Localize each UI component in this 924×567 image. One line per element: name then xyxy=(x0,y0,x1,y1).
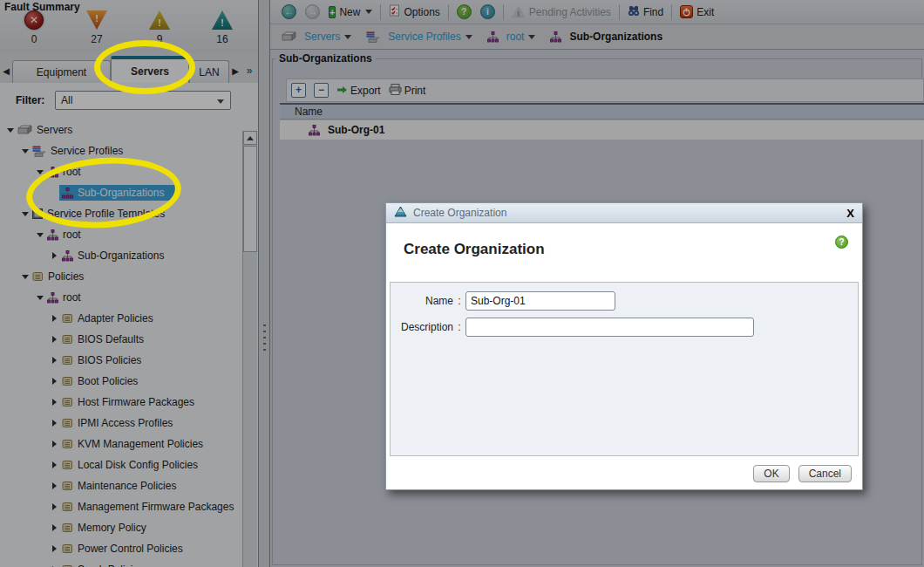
close-icon[interactable]: X xyxy=(846,207,854,220)
dialog-footer: OK Cancel xyxy=(386,458,862,489)
cancel-button[interactable]: Cancel xyxy=(798,465,852,482)
dialog-triangle-icon xyxy=(394,206,407,220)
dialog-body: Create Organization ? Name:Description: xyxy=(386,223,862,458)
dialog-title: Create Organization xyxy=(413,207,506,219)
dialog-heading: Create Organization xyxy=(404,241,545,258)
field-label-description: Description xyxy=(391,321,453,333)
create-organization-dialog: Create Organization X Create Organizatio… xyxy=(385,202,863,490)
dialog-titlebar: Create Organization X xyxy=(386,203,862,223)
field-separator: : xyxy=(453,321,465,333)
field-label-name: Name xyxy=(391,295,453,307)
ok-button[interactable]: OK xyxy=(753,465,789,482)
field-row-description: Description: xyxy=(391,317,858,337)
description-field[interactable] xyxy=(465,318,754,337)
field-separator: : xyxy=(453,295,465,307)
ucs-manager-window: Fault Summary ✕0!27!9!16 ◀ EquipmentServ… xyxy=(0,0,924,567)
name-field[interactable] xyxy=(465,291,615,311)
help-icon[interactable]: ? xyxy=(835,236,848,249)
dialog-form-panel: Name:Description: xyxy=(390,282,859,456)
field-row-name: Name: xyxy=(391,290,858,311)
